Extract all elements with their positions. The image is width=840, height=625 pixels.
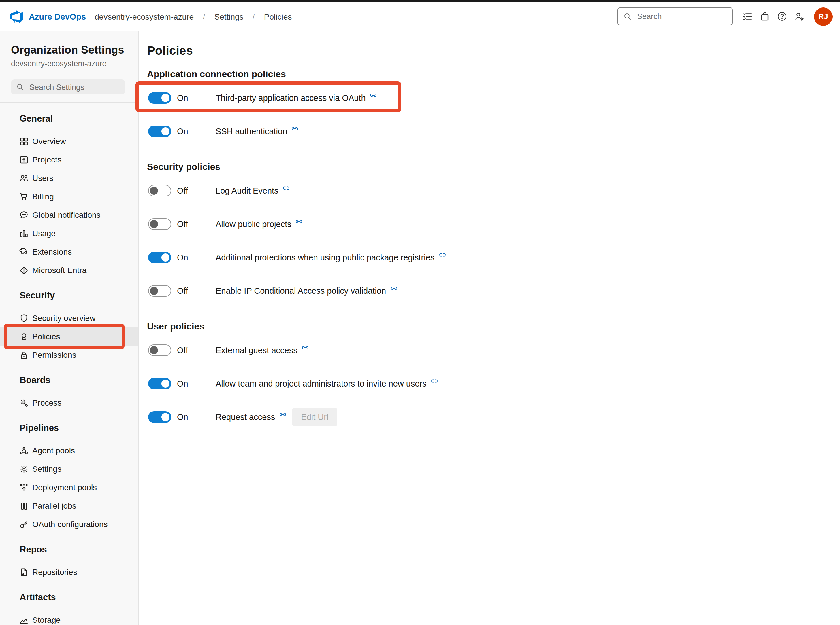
policy-toggle[interactable]	[148, 411, 171, 423]
sidebar-item-global-notifications[interactable]: Global notifications	[0, 206, 139, 224]
sidebar-item-label: Policies	[32, 332, 60, 341]
project-icon	[19, 155, 29, 165]
sidebar-section-heading: Pipelines	[0, 420, 139, 436]
sidebar-item-storage[interactable]: Storage	[0, 611, 139, 625]
breadcrumb-item-0[interactable]: devsentry-ecosystem-azure	[95, 12, 194, 21]
organization-name: devsentry-ecosystem-azure	[11, 58, 139, 70]
permalink-icon[interactable]	[390, 284, 397, 292]
window-top-strip	[0, 0, 840, 2]
sidebar-item-projects[interactable]: Projects	[0, 150, 139, 169]
sidebar-section-heading: Security	[0, 288, 139, 303]
sidebar-item-billing[interactable]: Billing	[0, 187, 139, 206]
page-title: Policies	[147, 43, 840, 59]
sidebar-item-label: OAuth configurations	[32, 519, 108, 529]
sidebar-item-overview[interactable]: Overview	[0, 132, 139, 150]
policy-row-allow-team-and-project-administrators-to-invite-new-users: OnAllow team and project administrators …	[147, 367, 840, 400]
policy-toggle[interactable]	[148, 285, 171, 297]
sidebar-item-settings[interactable]: Settings	[0, 460, 139, 478]
policy-toggle[interactable]	[148, 252, 171, 263]
policy-toggle[interactable]	[148, 126, 171, 137]
toggle-state-label: On	[177, 412, 210, 422]
policy-toggle[interactable]	[148, 185, 171, 196]
toggle-knob	[161, 94, 170, 102]
policy-row-additional-protections-when-using-public-package-registries: OnAdditional protections when using publ…	[147, 241, 840, 274]
sidebar-item-policies[interactable]: Policies	[0, 327, 139, 346]
brand-name[interactable]: Azure DevOps	[29, 12, 86, 21]
top-bar: Azure DevOps devsentry-ecosystem-azure/S…	[0, 2, 840, 31]
policy-label: Enable IP Conditional Access policy vali…	[216, 286, 386, 295]
global-search-box[interactable]	[617, 8, 733, 25]
sidebar-item-label: Overview	[32, 137, 66, 146]
breadcrumb-separator: /	[253, 12, 255, 21]
sidebar-item-users[interactable]: Users	[0, 169, 139, 187]
permalink-icon[interactable]	[431, 377, 438, 384]
sidebar-item-label: Billing	[32, 192, 54, 201]
toggle-state-label: Off	[177, 346, 210, 355]
permalink-icon[interactable]	[282, 184, 290, 191]
sidebar-item-agent-pools[interactable]: Agent pools	[0, 441, 139, 460]
permalink-icon[interactable]	[302, 344, 309, 351]
sidebar-item-label: Repositories	[32, 567, 77, 577]
sidebar-item-security-overview[interactable]: Security overview	[0, 309, 139, 327]
sidebar-item-extensions[interactable]: Extensions	[0, 243, 139, 261]
azure-devops-home-link[interactable]: Azure DevOps	[9, 9, 86, 23]
breadcrumb-item-1[interactable]: Settings	[214, 12, 243, 21]
sidebar-item-label: Process	[32, 398, 61, 407]
user-avatar[interactable]: RJ	[814, 7, 832, 26]
policy-toggle[interactable]	[148, 218, 171, 230]
sidebar-item-process[interactable]: Process	[0, 393, 139, 412]
gear-icon	[19, 464, 29, 474]
permalink-icon[interactable]	[370, 91, 377, 99]
trend-chart-icon	[19, 615, 29, 625]
policy-label: Request access	[216, 412, 275, 422]
sidebar-item-microsoft-entra[interactable]: Microsoft Entra	[0, 261, 139, 279]
breadcrumb: devsentry-ecosystem-azure/Settings/Polic…	[95, 12, 292, 21]
sidebar-divider	[0, 102, 139, 103]
sidebar-item-permissions[interactable]: Permissions	[0, 346, 139, 364]
policy-label: Allow team and project administrators to…	[216, 379, 427, 388]
sidebar-section-heading: General	[0, 110, 139, 127]
toggle-state-label: Off	[177, 286, 210, 295]
policy-toggle[interactable]	[148, 92, 171, 104]
help-icon[interactable]	[773, 5, 790, 27]
sidebar-item-deployment-pools[interactable]: Deployment pools	[0, 478, 139, 496]
permalink-icon[interactable]	[279, 410, 287, 418]
policy-toggle[interactable]	[148, 378, 171, 389]
policy-section: Application connection policiesOnThird-p…	[147, 67, 840, 148]
permalink-icon[interactable]	[296, 218, 303, 225]
search-icon	[16, 83, 24, 91]
sidebar-title: Organization Settings	[11, 43, 139, 58]
permalink-icon[interactable]	[438, 251, 446, 258]
policy-label: Log Audit Events	[216, 186, 279, 195]
marketplace-bag-icon[interactable]	[756, 5, 773, 27]
sidebar-item-parallel-jobs[interactable]: Parallel jobs	[0, 496, 139, 515]
policy-row-third-party-application-access-via-oauth: OnThird-party application access via OAu…	[147, 81, 840, 115]
sidebar-item-label: Parallel jobs	[32, 501, 76, 510]
sidebar-item-label: Agent pools	[32, 446, 75, 455]
lock-icon	[19, 350, 29, 360]
sidebar-item-repositories[interactable]: Repositories	[0, 563, 139, 581]
toggle-knob	[150, 287, 158, 295]
global-search-input[interactable]	[636, 11, 727, 21]
sidebar-item-usage[interactable]: Usage	[0, 224, 139, 243]
settings-search-box[interactable]	[11, 79, 125, 95]
sidebar-item-oauth-configurations[interactable]: OAuth configurations	[0, 515, 139, 533]
permalink-icon[interactable]	[291, 125, 299, 132]
policy-toggle[interactable]	[148, 345, 171, 356]
sidebar-item-label: Projects	[32, 155, 61, 164]
policy-section-heading: Security policies	[147, 160, 840, 174]
policy-section-heading: User policies	[147, 319, 840, 334]
settings-search-input[interactable]	[28, 82, 120, 92]
toggle-knob	[161, 127, 170, 135]
breadcrumb-item-2[interactable]: Policies	[264, 12, 292, 21]
toggle-state-label: Off	[177, 186, 210, 195]
tasklist-icon[interactable]	[739, 5, 756, 27]
search-icon	[623, 12, 632, 21]
azure-devops-window: Azure DevOps devsentry-ecosystem-azure/S…	[0, 0, 840, 625]
key-icon	[19, 519, 29, 529]
sidebar-item-label: Deployment pools	[32, 483, 97, 492]
toggle-state-label: On	[177, 253, 210, 262]
cart-icon	[19, 191, 29, 201]
user-settings-icon[interactable]	[790, 5, 808, 27]
edit-url-button[interactable]: Edit Url	[292, 409, 337, 426]
